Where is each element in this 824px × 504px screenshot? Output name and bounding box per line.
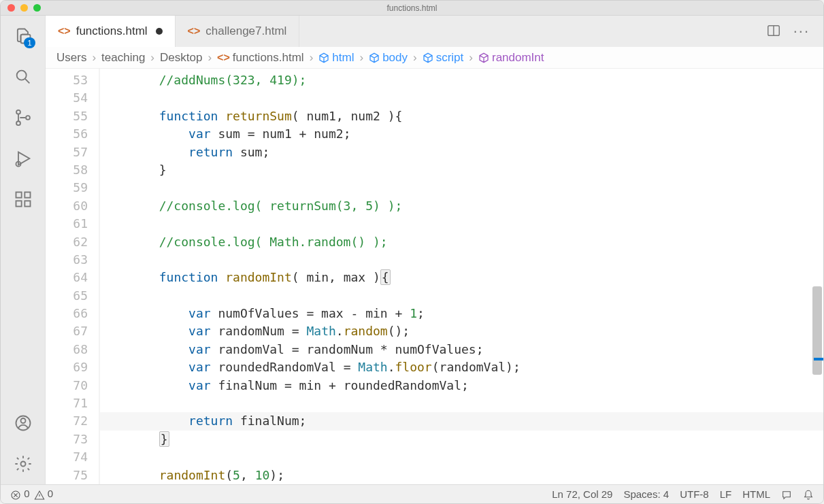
breadcrumb-part[interactable]: Users xyxy=(56,51,86,65)
activity-bar: 1 xyxy=(1,16,46,484)
code-line[interactable] xyxy=(100,251,823,269)
errors-item[interactable]: 0 xyxy=(10,488,30,500)
code-line[interactable]: var randomNum = Math.random(); xyxy=(100,322,823,340)
tab-functions-html[interactable]: <> functions.html xyxy=(46,16,176,47)
code-line[interactable]: //console.log( returnSum(3, 5) ); xyxy=(100,197,823,215)
code-line[interactable]: return sum; xyxy=(100,144,823,161)
svg-rect-7 xyxy=(24,201,30,206)
code-line[interactable]: var finalNum = min + roundedRandomVal; xyxy=(100,377,823,394)
code-line[interactable] xyxy=(100,179,823,197)
minimize-window-icon[interactable] xyxy=(20,4,28,12)
tab-bar: <> functions.html <> challenge7.html ··· xyxy=(46,16,823,47)
notifications-bell-icon[interactable] xyxy=(803,488,814,500)
line-number: 60 xyxy=(46,197,88,215)
line-number: 72 xyxy=(46,412,88,430)
scrollbar-thumb[interactable] xyxy=(812,286,822,375)
cursor-position[interactable]: Ln 72, Col 29 xyxy=(552,488,612,500)
run-debug-icon[interactable] xyxy=(12,148,34,169)
breadcrumb[interactable]: Users› teaching› Desktop› <> functions.h… xyxy=(46,47,823,69)
close-window-icon[interactable] xyxy=(7,4,15,12)
warnings-item[interactable]: 0 xyxy=(34,488,54,500)
code-line[interactable]: var roundedRandomVal = Math.floor(random… xyxy=(100,358,823,376)
window-title: functions.html xyxy=(1,3,823,13)
line-number: 54 xyxy=(46,89,88,107)
tab-label: functions.html xyxy=(76,24,148,38)
source-control-icon[interactable] xyxy=(12,107,34,129)
accounts-icon[interactable] xyxy=(12,412,34,434)
code-line[interactable]: function returnSum( num1, num2 ){ xyxy=(100,107,823,125)
line-number: 66 xyxy=(46,305,88,322)
breadcrumb-symbol[interactable]: randomInt xyxy=(478,51,544,65)
code-line[interactable]: //addNums(323, 419); xyxy=(100,71,823,89)
tab-label: challenge7.html xyxy=(205,24,286,38)
code-line[interactable]: //console.log( Math.random() ); xyxy=(100,233,823,251)
breadcrumb-symbol[interactable]: script xyxy=(423,51,464,65)
line-number-gutter: 5354555657585960616263646566676869707172… xyxy=(46,69,100,484)
line-number: 61 xyxy=(46,215,88,233)
svg-point-1 xyxy=(16,110,20,114)
code-line[interactable] xyxy=(100,394,823,412)
line-number: 70 xyxy=(46,377,88,394)
eol[interactable]: LF xyxy=(720,488,732,500)
code-line[interactable] xyxy=(100,448,823,466)
svg-point-10 xyxy=(20,418,25,423)
svg-point-2 xyxy=(16,121,20,125)
breadcrumb-symbol[interactable]: html xyxy=(318,51,354,65)
maximize-window-icon[interactable] xyxy=(33,4,41,12)
breadcrumb-part[interactable]: Desktop xyxy=(160,51,202,65)
line-number: 68 xyxy=(46,341,88,358)
code-line[interactable]: var numOfValues = max - min + 1; xyxy=(100,305,823,322)
dirty-indicator-icon xyxy=(156,28,163,35)
status-bar: 0 0 Ln 72, Col 29 Spaces: 4 UTF-8 LF HTM… xyxy=(1,484,823,503)
line-number: 71 xyxy=(46,394,88,412)
line-number: 59 xyxy=(46,179,88,197)
code-line[interactable]: function randomInt( min, max ){ xyxy=(100,269,823,286)
code-editor[interactable]: 5354555657585960616263646566676869707172… xyxy=(46,69,823,484)
encoding[interactable]: UTF-8 xyxy=(680,488,709,500)
indentation[interactable]: Spaces: 4 xyxy=(623,488,669,500)
line-number: 57 xyxy=(46,144,88,161)
search-icon[interactable] xyxy=(12,66,34,88)
svg-point-3 xyxy=(26,116,30,120)
code-line[interactable] xyxy=(100,215,823,233)
split-editor-icon[interactable] xyxy=(766,23,781,40)
line-number: 56 xyxy=(46,125,88,143)
explorer-icon[interactable]: 1 xyxy=(12,25,34,47)
svg-rect-5 xyxy=(16,192,21,198)
editor-group: <> functions.html <> challenge7.html ···… xyxy=(46,16,823,484)
code-line[interactable]: return finalNum; xyxy=(100,412,823,430)
line-number: 65 xyxy=(46,287,88,305)
line-number: 69 xyxy=(46,358,88,376)
code-content[interactable]: //addNums(323, 419); function returnSum(… xyxy=(100,69,823,484)
line-number: 58 xyxy=(46,161,88,179)
language-mode[interactable]: HTML xyxy=(742,488,770,500)
code-line[interactable]: var sum = num1 + num2; xyxy=(100,125,823,143)
line-number: 73 xyxy=(46,431,88,448)
code-line[interactable]: var randomVal = randomNum * numOfValues; xyxy=(100,341,823,358)
tab-challenge7-html[interactable]: <> challenge7.html xyxy=(176,16,300,47)
code-line[interactable]: } xyxy=(100,161,823,179)
line-number: 75 xyxy=(46,467,88,484)
line-number: 67 xyxy=(46,322,88,340)
more-actions-icon[interactable]: ··· xyxy=(793,22,810,40)
line-number: 63 xyxy=(46,251,88,269)
breadcrumb-part[interactable]: teaching xyxy=(101,51,145,65)
extensions-icon[interactable] xyxy=(12,188,34,210)
breadcrumb-file[interactable]: functions.html xyxy=(233,51,304,65)
line-number: 55 xyxy=(46,107,88,125)
window-controls[interactable] xyxy=(7,4,41,12)
breadcrumb-symbol[interactable]: body xyxy=(369,51,408,65)
code-line[interactable] xyxy=(100,287,823,305)
feedback-icon[interactable] xyxy=(781,488,792,500)
html-file-icon: <> xyxy=(58,25,71,37)
line-number: 64 xyxy=(46,269,88,286)
settings-gear-icon[interactable] xyxy=(12,453,34,475)
code-line[interactable]: } xyxy=(100,431,823,448)
explorer-badge: 1 xyxy=(24,37,35,48)
svg-rect-6 xyxy=(16,201,21,206)
titlebar: functions.html xyxy=(1,1,823,16)
code-line[interactable] xyxy=(100,89,823,107)
line-number: 74 xyxy=(46,448,88,466)
code-line[interactable]: randomInt(5, 10); xyxy=(100,467,823,484)
line-number: 62 xyxy=(46,233,88,251)
